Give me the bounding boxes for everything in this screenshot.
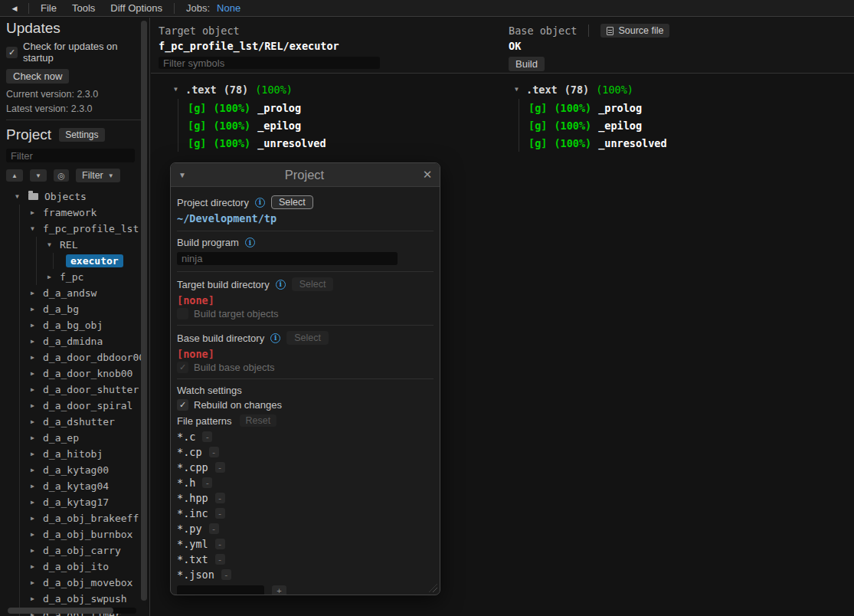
collapse-arrow-icon[interactable]: ▼ <box>171 171 194 179</box>
expand-arrow-icon[interactable]: ▶ <box>31 290 43 297</box>
tree-item[interactable]: ▶f_pc <box>37 269 143 285</box>
tree-item[interactable]: ▶d_a_obj_brakeeff <box>20 510 143 526</box>
checkbox-checked-icon[interactable]: ✓ <box>177 399 188 411</box>
expand-arrow-icon[interactable]: ▶ <box>31 547 43 554</box>
symbol-row[interactable]: [g] (100%) _prolog <box>528 99 667 116</box>
add-pattern-button[interactable]: + <box>272 585 286 596</box>
checkbox-unchecked-icon[interactable] <box>177 308 188 319</box>
collapse-arrow-icon[interactable]: ▼ <box>515 86 526 93</box>
expand-arrow-icon[interactable]: ▶ <box>31 418 43 425</box>
expand-arrow-icon[interactable]: ▼ <box>47 241 60 248</box>
expand-all-button[interactable]: ▼ <box>30 169 47 182</box>
tree-item[interactable]: ▶d_a_kytag17 <box>20 494 143 510</box>
menu-tools[interactable]: Tools <box>64 2 103 14</box>
back-arrow-icon[interactable]: ◀ <box>5 5 25 12</box>
expand-arrow-icon[interactable]: ▼ <box>31 225 43 232</box>
info-icon[interactable]: i <box>276 280 286 290</box>
info-icon[interactable]: i <box>245 238 255 247</box>
tree-item[interactable]: ▼REL <box>37 237 143 253</box>
section-header[interactable]: ▼ .text (78) (100%) <box>515 80 667 98</box>
expand-arrow-icon[interactable]: ▶ <box>31 483 43 490</box>
tree-item[interactable]: ▶d_a_door_shutter <box>20 382 143 398</box>
remove-pattern-button[interactable]: - <box>202 431 212 442</box>
checkbox-checked-icon[interactable]: ✓ <box>6 47 18 58</box>
close-icon[interactable]: ✕ <box>415 168 440 182</box>
tree-item[interactable]: ▶d_a_obj_carry <box>20 542 143 559</box>
tree-item[interactable]: ▶d_a_door_dbdoor00 <box>20 349 143 365</box>
tree-item[interactable]: ▶d_a_obj_movebox <box>20 575 143 591</box>
tree-item[interactable]: ▶d_a_bg <box>20 301 143 317</box>
sidebar-vertical-scrollbar[interactable] <box>141 21 147 604</box>
dialog-titlebar[interactable]: ▼ Project ✕ <box>171 163 440 187</box>
tree-item-selected[interactable]: executor <box>54 253 143 269</box>
tree-label-selected[interactable]: executor <box>66 254 123 267</box>
expand-arrow-icon[interactable]: ▶ <box>31 531 43 538</box>
scrollbar-thumb[interactable] <box>8 608 113 614</box>
remove-pattern-button[interactable]: - <box>215 554 225 565</box>
remove-pattern-button[interactable]: - <box>209 523 219 534</box>
remove-pattern-button[interactable]: - <box>221 569 231 580</box>
symbol-row[interactable]: [g] (100%) _unresolved <box>528 134 667 152</box>
source-file-button[interactable]: Source file <box>600 24 669 38</box>
check-now-button[interactable]: Check now <box>6 69 69 84</box>
menu-diff-options[interactable]: Diff Options <box>103 2 170 14</box>
rebuild-on-changes-checkbox[interactable]: ✓ Rebuild on changes <box>177 399 434 411</box>
target-build-select-button[interactable]: Select <box>292 277 334 291</box>
expand-arrow-icon[interactable]: ▶ <box>31 563 43 570</box>
expand-arrow-icon[interactable]: ▶ <box>31 209 43 216</box>
tree-filter-dropdown[interactable]: Filter ▼ <box>76 169 120 182</box>
tree-item[interactable]: ▶d_a_kytag04 <box>20 478 143 494</box>
tree-item[interactable]: ▶framework <box>20 205 143 221</box>
collapse-all-button[interactable]: ▲ <box>6 169 23 182</box>
project-settings-button[interactable]: Settings <box>59 128 104 142</box>
tree-item[interactable]: ▶d_a_andsw <box>20 285 143 301</box>
remove-pattern-button[interactable]: - <box>215 493 225 503</box>
jobs-value-link[interactable]: None <box>217 2 240 14</box>
tree-item[interactable]: ▶d_a_hitobj <box>20 446 143 462</box>
checkbox-checked-icon[interactable]: ✓ <box>177 362 188 373</box>
tree-item[interactable]: ▶d_a_obj_swpush <box>20 591 143 607</box>
tree-item[interactable]: ▶d_a_dshutter <box>20 414 143 430</box>
symbol-row[interactable]: [g] (100%) _prolog <box>188 99 326 116</box>
tree-item[interactable]: ▶d_a_obj_ito <box>20 559 143 575</box>
symbol-row[interactable]: [g] (100%) _epilog <box>528 116 667 134</box>
remove-pattern-button[interactable]: - <box>215 508 225 519</box>
build-program-input[interactable] <box>177 252 398 265</box>
symbol-row[interactable]: [g] (100%) _unresolved <box>188 134 326 152</box>
tree-item[interactable]: ▶d_a_ep <box>20 430 143 446</box>
scrollbar-thumb[interactable] <box>141 21 147 601</box>
expand-arrow-icon[interactable]: ▶ <box>31 322 43 329</box>
check-updates-startup-checkbox[interactable]: ✓ Check for updates on startup <box>6 41 143 64</box>
expand-arrow-icon[interactable]: ▶ <box>31 402 43 409</box>
info-icon[interactable]: i <box>270 333 280 343</box>
new-pattern-input[interactable] <box>177 585 264 596</box>
remove-pattern-button[interactable]: - <box>209 447 219 457</box>
expand-arrow-icon[interactable]: ▶ <box>31 515 43 522</box>
expand-arrow-icon[interactable]: ▶ <box>31 338 43 345</box>
build-target-objects-checkbox[interactable]: Build target objects <box>177 308 434 319</box>
remove-pattern-button[interactable]: - <box>215 462 225 473</box>
menu-file[interactable]: File <box>33 2 64 14</box>
tree-item[interactable]: ▶d_a_obj_burnbox <box>20 526 143 542</box>
tree-item[interactable]: ▶d_a_door_spiral <box>20 398 143 414</box>
info-icon[interactable]: i <box>255 198 265 208</box>
tree-item[interactable]: ▶d_a_kytag00 <box>20 462 143 478</box>
expand-arrow-icon[interactable]: ▶ <box>31 306 43 313</box>
expand-arrow-icon[interactable]: ▶ <box>31 467 43 473</box>
tree-item[interactable]: ▶d_a_door_knob00 <box>20 365 143 382</box>
expand-arrow-icon[interactable]: ▶ <box>31 451 43 457</box>
sidebar-horizontal-scrollbar[interactable] <box>8 608 136 614</box>
build-base-objects-checkbox[interactable]: ✓ Build base objects <box>177 362 434 373</box>
expand-arrow-icon[interactable]: ▶ <box>31 354 43 361</box>
reset-patterns-button[interactable]: Reset <box>240 414 277 427</box>
project-directory-select-button[interactable]: Select <box>271 195 313 209</box>
symbol-row[interactable]: [g] (100%) _epilog <box>188 116 326 134</box>
tree-item-objects[interactable]: ▼ Objects <box>6 188 143 205</box>
base-build-select-button[interactable]: Select <box>286 331 329 345</box>
project-filter-input[interactable] <box>6 149 135 162</box>
locate-object-button[interactable]: ◎ <box>54 169 69 182</box>
build-button[interactable]: Build <box>509 57 545 71</box>
remove-pattern-button[interactable]: - <box>215 539 225 549</box>
remove-pattern-button[interactable]: - <box>202 477 212 488</box>
expand-arrow-icon[interactable]: ▶ <box>31 370 43 377</box>
